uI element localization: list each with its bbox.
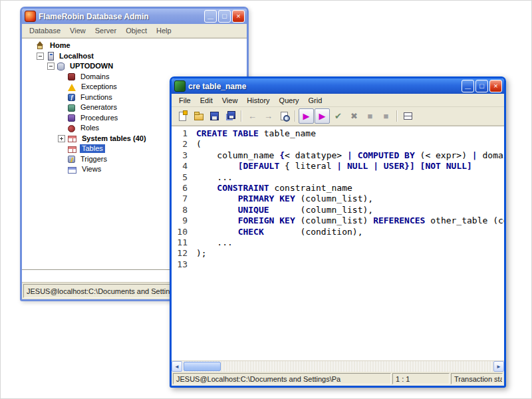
stop-icon[interactable]: ■ — [362, 108, 378, 124]
sql-text — [196, 205, 238, 215]
tree-item-uptodown[interactable]: UPTODOWN — [22, 61, 247, 72]
minimize-button[interactable]: — — [204, 10, 217, 23]
sql-keyword: { — [279, 150, 285, 160]
sql-keyword: CHECK — [238, 227, 264, 237]
open-file-icon[interactable] — [191, 108, 206, 124]
code-line-6: 6 CONSTRAINT constraint_name — [172, 183, 504, 194]
sql-text: table_name — [259, 128, 316, 138]
scrollbar-track[interactable] — [182, 361, 493, 372]
sql-keyword: CONSTRAINT — [217, 183, 269, 193]
collapse-icon[interactable] — [37, 53, 44, 60]
stop-all-icon[interactable]: ■ — [378, 108, 394, 124]
trigger-icon — [68, 156, 75, 163]
menu-item-file[interactable]: File — [174, 95, 196, 106]
menu-item-history[interactable]: History — [242, 95, 274, 106]
history-back-icon-glyph: ← — [248, 112, 257, 120]
menu-item-object[interactable]: Object — [121, 25, 152, 36]
find-icon[interactable] — [277, 108, 292, 124]
history-back-icon[interactable]: ← — [245, 108, 260, 124]
view-icon — [68, 167, 76, 174]
menu-item-server[interactable]: Server — [90, 25, 121, 36]
scrollbar-thumb[interactable] — [184, 362, 221, 371]
execute-icon-glyph: ▶ — [303, 112, 310, 120]
save-icon[interactable] — [207, 108, 222, 124]
line-text: ... — [196, 237, 233, 248]
sql-text: constraint_name — [269, 183, 352, 193]
code-line-3: 3 column_name {< datatype> | COMPUTED BY… — [172, 150, 504, 161]
sql-text: other_table (col — [425, 215, 504, 225]
sql-minimize-button[interactable]: — — [462, 80, 474, 92]
rollback-icon[interactable]: ✖ — [346, 108, 362, 124]
sql-text — [196, 161, 238, 171]
save-as-icon[interactable] — [223, 108, 238, 124]
execute-icon[interactable]: ▶ — [299, 108, 314, 124]
line-text: ( — [196, 139, 201, 150]
sql-text: (condition), — [264, 227, 363, 237]
sql-keyword: | — [373, 161, 378, 171]
line-text: UNIQUE (column_list), — [196, 205, 373, 215]
tree-item-label: Tables — [80, 144, 105, 153]
menu-item-query[interactable]: Query — [275, 95, 304, 106]
line-number: 2 — [172, 139, 188, 150]
toolbar-separator — [396, 110, 398, 122]
new-query-icon-shape — [179, 112, 186, 121]
menu-item-edit[interactable]: Edit — [196, 95, 217, 106]
line-number: 9 — [172, 215, 188, 226]
maximize-button[interactable]: □ — [218, 10, 231, 23]
tree-item-label: Generators — [78, 103, 119, 112]
tree-item-home[interactable]: Home — [22, 41, 247, 51]
stop-icon-glyph: ■ — [368, 112, 373, 120]
sql-text: ( — [196, 139, 201, 149]
menu-item-grid[interactable]: Grid — [304, 95, 327, 106]
code-line-11: 11 ... — [172, 237, 504, 248]
close-button[interactable]: × — [232, 10, 245, 23]
code-line-10: 10 CHECK (condition), — [172, 227, 504, 237]
main-window-titlebar[interactable]: FlameRobin Database Admin — □ × — [22, 9, 247, 24]
sql-window-titlebar[interactable]: cre table_name — □ × — [172, 78, 504, 94]
line-number: 12 — [172, 248, 188, 259]
sql-window-icon — [174, 80, 186, 92]
commit-icon[interactable]: ✔ — [331, 108, 346, 124]
split-view-icon[interactable] — [400, 108, 416, 124]
tree-item-label: Views — [80, 165, 103, 174]
procedure-icon — [68, 114, 75, 122]
execute-show-icon[interactable]: ▶ — [315, 108, 330, 124]
sql-close-button[interactable]: × — [489, 80, 502, 92]
expand-icon[interactable] — [58, 135, 65, 142]
horizontal-scrollbar[interactable]: ◄ ► — [172, 360, 504, 372]
sql-text — [196, 183, 217, 193]
history-forward-icon[interactable]: → — [261, 108, 276, 124]
code-line-8: 8 UNIQUE (column_list), — [172, 205, 504, 215]
sql-text: (column_list) — [295, 215, 373, 225]
tree-item-label: System tables (40) — [80, 134, 148, 143]
line-number: 1 — [172, 128, 188, 139]
line-text: PRIMARY KEY (column_list), — [196, 194, 373, 204]
code-line-13: 13 — [172, 259, 504, 270]
database-icon — [57, 63, 65, 70]
line-number: 3 — [172, 150, 188, 161]
tree-item-localhost[interactable]: Localhost — [22, 51, 247, 62]
stop-all-icon-glyph: ■ — [384, 112, 389, 120]
scroll-left-icon[interactable]: ◄ — [172, 361, 182, 372]
line-number: 10 — [172, 227, 188, 237]
tree-item-label: Triggers — [78, 155, 109, 164]
menu-item-view[interactable]: View — [217, 95, 243, 106]
new-query-icon[interactable] — [175, 108, 190, 124]
menu-item-view[interactable]: View — [65, 25, 90, 36]
menu-item-help[interactable]: Help — [152, 25, 176, 36]
line-text: ... — [196, 172, 233, 183]
sql-editor[interactable]: 1CREATE TABLE table_name2(3 column_name … — [172, 126, 504, 360]
line-number: 11 — [172, 237, 188, 248]
tree-item-label: Roles — [78, 124, 101, 132]
scroll-right-icon[interactable]: ► — [493, 361, 504, 372]
sql-text: column_name — [196, 150, 279, 160]
tree-item-label: Functions — [78, 93, 114, 102]
line-text: CHECK (condition), — [196, 227, 362, 237]
rollback-icon-glyph: ✖ — [350, 112, 358, 120]
split-view-icon-shape — [404, 112, 412, 120]
collapse-icon[interactable] — [47, 63, 55, 70]
menu-item-database[interactable]: Database — [25, 25, 65, 36]
sql-maximize-button[interactable]: □ — [475, 80, 488, 92]
sql-text — [196, 227, 238, 237]
sql-text — [368, 161, 373, 171]
